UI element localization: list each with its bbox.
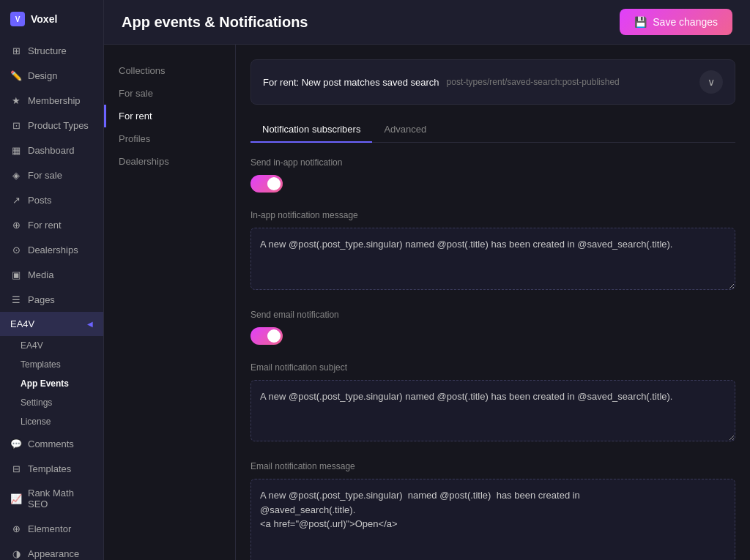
product-types-icon: ⊡ [10, 119, 22, 131]
sidebar-item-templates[interactable]: ⊟ Templates [0, 456, 103, 481]
appearance-icon: ◑ [10, 548, 22, 559]
pages-icon: ☰ [10, 294, 22, 305]
sidebar-item-label: Media [28, 269, 53, 280]
email-toggle-wrap [250, 327, 735, 345]
email-notification-toggle[interactable] [250, 327, 283, 345]
left-nav-collections[interactable]: Collections [104, 59, 235, 82]
email-subject-textarea[interactable]: A new @post(.post_type.singular) named @… [250, 380, 735, 442]
ea4v-sub-item-license[interactable]: License [10, 412, 103, 431]
sidebar-item-label: Structure [28, 45, 67, 56]
for-rent-icon: ⊕ [10, 219, 22, 231]
event-collapse-button[interactable]: ∨ [699, 70, 723, 94]
event-name: For rent: New post matches saved search [263, 77, 439, 88]
sidebar-item-label: Design [28, 70, 57, 81]
ea4v-sub-item-app-events[interactable]: App Events [10, 374, 103, 393]
posts-icon: ↗ [10, 194, 22, 206]
email-subject-label: Email notification subject [250, 362, 735, 373]
sidebar-item-label: Dealerships [28, 244, 78, 255]
ea4v-sub-item-templates[interactable]: Templates [10, 355, 103, 374]
tab-advanced[interactable]: Advanced [372, 116, 438, 142]
structure-icon: ⊞ [10, 45, 22, 56]
sidebar-item-for-sale[interactable]: ◈ For sale [0, 163, 103, 187]
sidebar-item-membership[interactable]: ★ Membership [0, 88, 103, 113]
sidebar-item-media[interactable]: ▣ Media [0, 262, 103, 287]
logo-label: Voxel [31, 13, 57, 25]
media-icon: ▣ [10, 269, 22, 280]
sidebar-item-dashboard[interactable]: ▦ Dashboard [0, 138, 103, 163]
ea4v-sub-item-settings[interactable]: Settings [10, 393, 103, 412]
in-app-toggle-label: Send in-app notification [250, 157, 735, 168]
comments-icon: 💬 [10, 438, 22, 449]
left-nav-dealerships[interactable]: Dealerships [104, 150, 235, 173]
sidebar-item-label: Posts [28, 195, 52, 206]
email-message-label: Email notification message [250, 461, 735, 471]
tab-notification-subscribers[interactable]: Notification subscribers [250, 116, 372, 142]
ea4v-label: EA4V [10, 318, 34, 329]
sidebar-item-elementor[interactable]: ⊕ Elementor [0, 516, 103, 541]
elementor-icon: ⊕ [10, 523, 22, 534]
email-message-section: Email notification message A new @post(.… [250, 461, 735, 560]
left-nav-for-sale[interactable]: For sale [104, 82, 235, 105]
rank-math-icon: 📈 [10, 493, 22, 504]
sidebar-item-label: For rent [28, 220, 62, 231]
membership-icon: ★ [10, 94, 22, 106]
design-icon: ✏️ [10, 70, 22, 81]
in-app-message-section: In-app notification message A new @post(… [250, 210, 735, 292]
sidebar-item-comments[interactable]: 💬 Comments [0, 431, 103, 456]
sidebar-item-posts[interactable]: ↗ Posts [0, 187, 103, 212]
sidebar-item-product-types[interactable]: ⊡ Product Types [0, 113, 103, 138]
event-header-left: For rent: New post matches saved search … [263, 77, 620, 88]
tabs: Notification subscribers Advanced [250, 116, 735, 143]
sidebar-item-label: Membership [28, 95, 81, 106]
topbar: App events & Notifications 💾 Save change… [104, 0, 750, 45]
save-button[interactable]: 💾 Save changes [620, 9, 732, 35]
in-app-notification-toggle[interactable] [250, 175, 283, 193]
sidebar-item-label: Elementor [28, 523, 71, 534]
dealerships-icon: ⊙ [10, 244, 22, 255]
email-toggle-section: Send email notification [250, 310, 735, 345]
for-sale-icon: ◈ [10, 169, 22, 181]
sidebar-item-label: Pages [28, 294, 55, 305]
sidebar-item-for-rent[interactable]: ⊕ For rent [0, 212, 103, 237]
sidebar-item-rank-math-seo[interactable]: 📈 Rank Math SEO [0, 481, 103, 516]
templates-icon: ⊟ [10, 463, 22, 474]
sidebar-item-design[interactable]: ✏️ Design [0, 63, 103, 88]
email-message-textarea[interactable]: A new @post(.post_type.singular) named @… [250, 479, 735, 560]
save-icon: 💾 [634, 16, 647, 28]
email-toggle-label: Send email notification [250, 310, 735, 320]
in-app-message-textarea[interactable]: A new @post(.post_type.singular) named @… [250, 228, 735, 290]
ea4v-chevron-icon: ◀ [87, 320, 93, 328]
sidebar-item-structure[interactable]: ⊞ Structure [0, 38, 103, 63]
dashboard-icon: ▦ [10, 144, 22, 156]
in-app-message-label: In-app notification message [250, 210, 735, 220]
in-app-section: Send in-app notification [250, 157, 735, 193]
left-nav: Collections For sale For rent Profiles D… [104, 45, 236, 560]
sidebar: V Voxel ⊞ Structure ✏️ Design ★ Membersh… [0, 0, 104, 560]
sidebar-item-appearance[interactable]: ◑ Appearance [0, 541, 103, 560]
save-button-label: Save changes [653, 16, 718, 28]
content-area: Collections For sale For rent Profiles D… [104, 45, 750, 560]
sidebar-item-label: Comments [28, 438, 74, 449]
sidebar-item-label: Rank Math SEO [28, 488, 93, 509]
left-nav-for-rent[interactable]: For rent [104, 105, 235, 127]
event-header: For rent: New post matches saved search … [250, 59, 735, 105]
main-area: App events & Notifications 💾 Save change… [104, 0, 750, 560]
sidebar-item-label: For sale [28, 170, 62, 181]
main-panel: For rent: New post matches saved search … [236, 45, 750, 560]
sidebar-item-label: Appearance [28, 548, 79, 559]
sidebar-item-label: Dashboard [28, 145, 75, 156]
logo[interactable]: V Voxel [0, 0, 103, 38]
ea4v-sub-item-ea4v[interactable]: EA4V [10, 336, 103, 355]
in-app-toggle-wrap [250, 175, 735, 193]
ea4v-submenu: EA4V Templates App Events Settings Licen… [0, 336, 103, 431]
sidebar-item-label: Templates [28, 463, 71, 474]
event-slug: post-types/rent/saved-search:post-publis… [447, 77, 620, 87]
logo-icon: V [10, 12, 25, 26]
left-nav-profiles[interactable]: Profiles [104, 127, 235, 150]
sidebar-item-pages[interactable]: ☰ Pages [0, 287, 103, 312]
email-subject-section: Email notification subject A new @post(.… [250, 362, 735, 444]
page-title: App events & Notifications [122, 14, 308, 31]
ea4v-section-header[interactable]: EA4V ◀ [0, 312, 103, 336]
sidebar-item-label: Product Types [28, 120, 89, 131]
sidebar-item-dealerships[interactable]: ⊙ Dealerships [0, 237, 103, 262]
